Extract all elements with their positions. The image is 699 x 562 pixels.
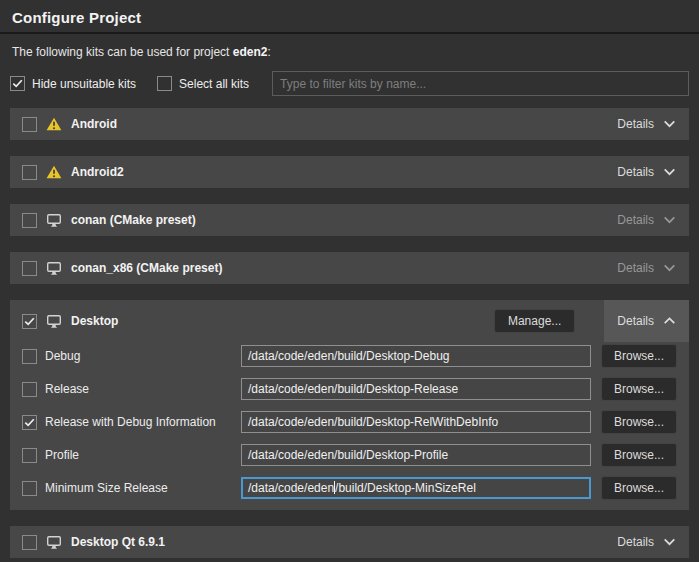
checkbox-icon xyxy=(10,76,25,91)
chevron-down-icon xyxy=(663,538,676,546)
build-dir-input[interactable]: /data/code/eden/build/Desktop-Debug xyxy=(241,345,591,367)
config-label: Profile xyxy=(45,448,233,462)
build-dir-input[interactable]: /data/code/eden/build/Desktop-Profile xyxy=(241,444,591,466)
hide-unsuitable-kits-checkbox[interactable]: Hide unsuitable kits xyxy=(10,76,136,91)
kit-header: Android2Details xyxy=(10,156,689,188)
page-title: Configure Project xyxy=(12,9,687,26)
kit-row: AndroidDetails xyxy=(10,108,689,140)
hide-unsuitable-kits-label: Hide unsuitable kits xyxy=(32,77,136,91)
kit-header: AndroidDetails xyxy=(10,108,689,140)
kit-row: Android2Details xyxy=(10,156,689,188)
build-config-row: Debug/data/code/eden/build/Desktop-Debug… xyxy=(22,344,677,368)
details-button[interactable]: Details xyxy=(616,261,677,275)
browse-button[interactable]: Browse... xyxy=(601,344,677,368)
select-all-kits-checkbox[interactable]: Select all kits xyxy=(157,76,249,91)
configure-project-dialog: { "window": { "title": "Configure Projec… xyxy=(0,0,699,562)
kit-checkbox[interactable] xyxy=(22,165,37,180)
desktop-icon xyxy=(46,314,62,329)
build-config-row: Release/data/code/eden/build/Desktop-Rel… xyxy=(22,377,677,401)
kit-header: DesktopManage...Details xyxy=(10,300,689,342)
desktop-icon xyxy=(46,261,62,276)
kit-checkbox[interactable] xyxy=(22,117,37,132)
details-button[interactable]: Details xyxy=(616,117,677,131)
kit-checkbox[interactable] xyxy=(22,314,37,329)
details-label: Details xyxy=(617,117,654,131)
details-button[interactable]: Details xyxy=(604,300,689,342)
kit-list: AndroidDetailsAndroid2Detailsconan (CMak… xyxy=(10,108,689,558)
kit-checkbox[interactable] xyxy=(22,535,37,550)
build-dir-input[interactable]: /data/code/eden/build/Desktop-Release xyxy=(241,378,591,400)
build-dir-input[interactable]: /data/code/eden/build/Desktop-RelWithDeb… xyxy=(241,411,591,433)
browse-button[interactable]: Browse... xyxy=(601,410,677,434)
build-dir-input[interactable]: /data/code/eden/build/Desktop-MinSizeRel xyxy=(241,477,591,499)
build-config-row: Minimum Size Release/data/code/eden/buil… xyxy=(22,476,677,500)
kit-row: conan_x86 (CMake preset)Details xyxy=(10,252,689,284)
warning-icon xyxy=(46,117,62,131)
build-config-row: Profile/data/code/eden/build/Desktop-Pro… xyxy=(22,443,677,467)
chevron-down-icon xyxy=(663,168,676,176)
kit-checkbox[interactable] xyxy=(22,213,37,228)
details-button[interactable]: Details xyxy=(616,213,677,227)
config-checkbox[interactable] xyxy=(22,481,37,496)
build-config-list: Debug/data/code/eden/build/Desktop-Debug… xyxy=(10,342,689,510)
project-name: eden2 xyxy=(233,45,268,59)
config-label: Debug xyxy=(45,349,233,363)
intro-suffix: : xyxy=(267,45,270,59)
config-label: Release with Debug Information xyxy=(45,415,233,429)
filter-row: Hide unsuitable kits Select all kits xyxy=(10,71,689,96)
details-button[interactable]: Details xyxy=(616,535,677,549)
manage-button[interactable]: Manage... xyxy=(494,309,575,333)
kit-row: DesktopManage...DetailsDebug/data/code/e… xyxy=(10,300,689,510)
details-label: Details xyxy=(617,261,654,275)
browse-button[interactable]: Browse... xyxy=(601,476,677,500)
build-config-row: Release with Debug Information/data/code… xyxy=(22,410,677,434)
config-checkbox[interactable] xyxy=(22,415,37,430)
details-label: Details xyxy=(617,213,654,227)
chevron-down-icon xyxy=(663,120,676,128)
config-checkbox[interactable] xyxy=(22,349,37,364)
details-label: Details xyxy=(617,535,654,549)
checkbox-icon xyxy=(157,76,172,91)
kit-name: Android2 xyxy=(71,165,124,179)
kit-row: conan (CMake preset)Details xyxy=(10,204,689,236)
select-all-kits-label: Select all kits xyxy=(179,77,249,91)
config-checkbox[interactable] xyxy=(22,382,37,397)
desktop-icon xyxy=(46,213,62,228)
kit-checkbox[interactable] xyxy=(22,261,37,276)
kit-name: conan (CMake preset) xyxy=(71,213,196,227)
browse-button[interactable]: Browse... xyxy=(601,443,677,467)
kit-header: conan_x86 (CMake preset)Details xyxy=(10,252,689,284)
details-label: Details xyxy=(617,165,654,179)
kit-name: Desktop xyxy=(71,314,118,328)
filter-kits-input[interactable] xyxy=(272,71,689,96)
dialog-header: Configure Project xyxy=(0,0,699,32)
warning-icon xyxy=(46,165,62,179)
kit-row: Desktop Qt 6.9.1Details xyxy=(10,526,689,558)
intro-text: The following kits can be used for proje… xyxy=(12,45,687,59)
kit-name: conan_x86 (CMake preset) xyxy=(71,261,222,275)
intro-prefix: The following kits can be used for proje… xyxy=(12,45,233,59)
details-label: Details xyxy=(617,314,654,328)
config-checkbox[interactable] xyxy=(22,448,37,463)
browse-button[interactable]: Browse... xyxy=(601,377,677,401)
kit-header: Desktop Qt 6.9.1Details xyxy=(10,526,689,558)
header-separator xyxy=(0,32,699,34)
config-label: Minimum Size Release xyxy=(45,481,233,495)
kit-header: conan (CMake preset)Details xyxy=(10,204,689,236)
chevron-down-icon xyxy=(663,216,676,224)
kit-name: Android xyxy=(71,117,117,131)
chevron-up-icon xyxy=(663,317,676,325)
config-label: Release xyxy=(45,382,233,396)
dialog-content: The following kits can be used for proje… xyxy=(0,45,699,558)
kit-name: Desktop Qt 6.9.1 xyxy=(71,535,165,549)
desktop-icon xyxy=(46,535,62,550)
chevron-down-icon xyxy=(663,264,676,272)
details-button[interactable]: Details xyxy=(616,165,677,179)
